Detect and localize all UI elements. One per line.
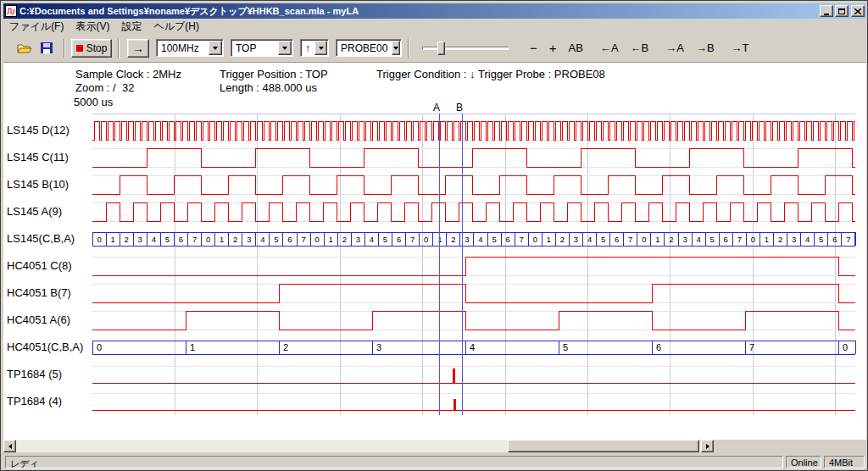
toolbar-separator <box>408 39 409 58</box>
pan-right-a-button[interactable]: →A <box>661 39 688 57</box>
dropdown-arrow-icon[interactable] <box>392 41 400 55</box>
trigger-position-value: TOP <box>231 42 278 54</box>
window-title: C:¥Documents and Settings¥noname¥デスクトップ¥… <box>19 5 818 18</box>
open-folder-icon <box>17 42 32 54</box>
dropdown-arrow-icon[interactable] <box>278 41 292 55</box>
pan-left-b-button[interactable]: ←B <box>626 39 654 57</box>
dropdown-arrow-icon[interactable] <box>209 41 222 55</box>
status-bar: レディ Online 4MBit <box>3 455 866 469</box>
channel-label: HC4051(C,B,A) <box>7 341 83 353</box>
dropdown-arrow-icon[interactable] <box>314 41 327 55</box>
close-button[interactable] <box>851 5 865 17</box>
channel-label: LS145 C(11) <box>7 151 69 163</box>
trigger-probe-text: Trigger Probe : PROBE08 <box>478 68 605 80</box>
probe-value: PROBE00 <box>337 42 392 54</box>
stop-button[interactable]: Stop <box>71 39 112 58</box>
zoom-in-button[interactable]: + <box>545 38 561 58</box>
menu-item[interactable]: ヘルプ(H) <box>147 18 205 36</box>
marker-ab-button[interactable]: AB <box>565 39 587 57</box>
save-icon <box>41 42 53 54</box>
channel-label: TP1684 (4) <box>7 395 62 407</box>
sample-clock-value: 100MHz <box>157 42 209 54</box>
channel-label: LS145 A(9) <box>7 205 62 218</box>
channel-label: LS145 B(10) <box>7 178 69 191</box>
length-text: Length : 488.000 us <box>220 81 317 94</box>
menu-item[interactable]: 表示(V) <box>70 18 115 36</box>
goto-trigger-button[interactable]: →T <box>727 39 754 57</box>
pan-left-a-button[interactable]: ←A <box>596 39 623 57</box>
stop-button-label: Stop <box>86 42 108 54</box>
menu-item[interactable]: 設定 <box>115 18 147 36</box>
run-button[interactable]: → <box>127 39 149 58</box>
channel-label: LS145 D(12) <box>7 124 70 136</box>
probe-select[interactable]: PROBE00 <box>336 39 402 57</box>
sample-clock-select[interactable]: 100MHz <box>156 39 224 57</box>
trigger-condition-text: Trigger Condition : ↓ <box>376 68 476 80</box>
pan-right-b-button[interactable]: →B <box>692 39 719 57</box>
trigger-position-select[interactable]: TOP <box>231 39 293 57</box>
sample-clock-text: Sample Clock : 2MHz <box>75 68 181 80</box>
run-arrow-icon: → <box>132 42 144 55</box>
status-memory: 4MBit <box>824 456 865 468</box>
zoom-out-button[interactable]: − <box>526 38 542 58</box>
minimize-icon <box>824 14 829 15</box>
channel-label: HC4051 B(7) <box>7 286 71 299</box>
save-button[interactable] <box>36 39 58 58</box>
close-icon <box>854 8 861 14</box>
slider-thumb[interactable] <box>437 42 445 55</box>
scroll-thumb[interactable] <box>508 440 699 452</box>
timeline-scale-label: 5000 us <box>74 96 113 108</box>
toolbar: Stop → 100MHz TOP ↑ PROBE00 −+AB←A←B→A→B… <box>3 34 866 63</box>
maximize-icon <box>838 8 845 14</box>
waveform-area[interactable] <box>3 63 866 440</box>
app-window: 0123456701234567012345670123456701234567… <box>0 0 868 471</box>
toolbar-separator <box>64 39 65 58</box>
channel-label: HC4051 A(6) <box>7 313 70 326</box>
channel-label: TP1684 (5) <box>7 368 62 380</box>
scroll-right-icon <box>706 444 709 449</box>
horizontal-scrollbar[interactable] <box>3 440 714 452</box>
trigger-position-text: Trigger Position : TOP <box>220 68 328 80</box>
stop-icon <box>76 45 83 52</box>
open-button[interactable] <box>14 39 35 58</box>
title-bar: C:¥Documents and Settings¥noname¥デスクトップ¥… <box>3 3 866 19</box>
view-button-group: −+AB←A←B→A→B→T <box>522 38 754 58</box>
app-icon <box>5 5 17 17</box>
scroll-right-button[interactable] <box>701 440 714 452</box>
slider-groove <box>422 47 509 50</box>
toolbar-separator <box>118 39 120 58</box>
menu-item[interactable]: ファイル(F) <box>3 18 70 36</box>
zoom-text: Zoom : / 32 <box>75 81 134 94</box>
menu-bar: ファイル(F)表示(V)設定ヘルプ(H) <box>3 19 866 34</box>
scroll-left-button[interactable] <box>3 440 16 452</box>
trigger-edge-select[interactable]: ↑ <box>300 39 329 57</box>
trigger-edge-value: ↑ <box>301 42 314 54</box>
minimize-button[interactable] <box>820 5 833 17</box>
status-ready: レディ <box>5 456 783 468</box>
zoom-slider[interactable] <box>420 39 510 58</box>
status-online: Online <box>786 456 821 468</box>
scroll-left-icon <box>8 444 12 449</box>
channel-label: HC4051 C(8) <box>7 259 72 272</box>
channel-label: LS145(C,B,A) <box>7 232 75 245</box>
maximize-button[interactable] <box>835 5 849 17</box>
